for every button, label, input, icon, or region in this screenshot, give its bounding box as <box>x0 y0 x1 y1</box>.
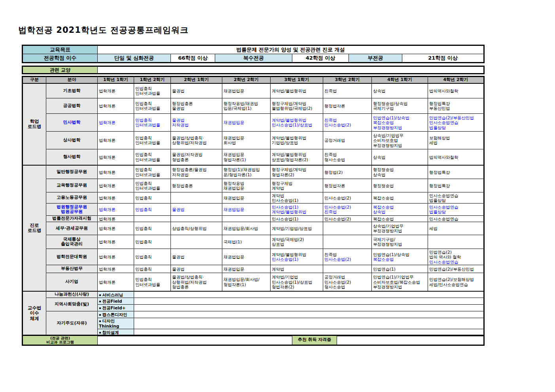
field-cell: 공공법학 <box>46 98 98 114</box>
pedagogy-item-label: 전공Field+ <box>102 305 125 310</box>
course-cell: 민법연습(1)/상속법복잡소송법 <box>372 249 428 265</box>
course-cell: 민사소송법(2) <box>323 192 372 204</box>
course-cell: 계약법/불법행위법민사소송법(1) <box>271 249 323 265</box>
course-cell: 민법연습(2)/보험해상법세법/민사소송법연습 <box>428 273 484 291</box>
pedagogy-empty-cell <box>134 305 484 311</box>
course-cell: 법학개론 <box>98 83 134 98</box>
course-cell: 상속법 <box>372 149 428 165</box>
course-cell: 법학개론 <box>98 114 134 132</box>
course-cell: 행정법총론 <box>171 179 222 192</box>
course-cell: 행정쟁송법 <box>372 179 428 192</box>
course-cell: 민법연습(2)법의 역사와 철학민사소송법연습 <box>428 249 484 265</box>
field-cell: 법원행정공무원 법원공무원 <box>46 204 98 216</box>
column-header: 구분 <box>23 77 46 83</box>
course-cell: 민법총칙인터넷과법률 <box>134 273 171 291</box>
course-cell: 물권법/상법총칙·상행위법/저작권법 <box>171 132 222 149</box>
recommended-certs-value <box>337 335 484 345</box>
field-cell: 교육행정공무원 <box>46 179 98 192</box>
extracurricular-label-line2: 비교과 프로그램 <box>24 340 96 344</box>
field-cell: 세무·관세공무원 <box>46 222 98 235</box>
course-cell: 법학개론 <box>98 249 134 265</box>
course-cell: 민법연습(2)/부동산민법 <box>428 265 484 273</box>
course-cell: 민법총칙인터넷과법률 <box>134 149 171 165</box>
course-cell: 국제기구법/부정경쟁방지법 <box>372 235 428 249</box>
course-cell: 계약법/불법행위법민사소송법(1)/상표법 <box>271 114 323 132</box>
course-cell <box>323 265 372 273</box>
course-cell: 법학개론 <box>98 132 134 149</box>
course-cell: 복잡소송법 <box>372 192 428 204</box>
pedagogy-item-label: 창의설계 <box>102 330 119 335</box>
credit-cell-double-major: 복수전공 <box>215 54 292 63</box>
course-cell: 민사소송법연습 <box>428 216 484 222</box>
curriculum-row: 진로 로드맵일반행정공무원법학개론민법총칙인터넷과법률행정법총론/물권법저작권법… <box>23 165 484 179</box>
course-cell: 법학개론 <box>98 222 134 235</box>
course-cell: 민법총칙인터넷과법률 <box>134 114 171 132</box>
pedagogy-item-label: 서비스러닝 <box>102 292 123 297</box>
pedagogy-row: 자기주도(자유)▪캡스톤디자인 <box>23 311 484 318</box>
course-cell: 민법총칙 <box>134 265 171 273</box>
column-header: 2학년 2학기 <box>222 77 271 83</box>
course-cell: 법학개론 <box>98 216 134 222</box>
pedagogy-empty-cell <box>134 291 484 298</box>
course-cell: 법학개론 <box>98 192 134 204</box>
square-bullet-icon: ▪ <box>99 313 101 317</box>
credit-label: 전공학점 이수 <box>23 54 98 63</box>
course-cell: 민법총칙인터넷과법률 <box>134 83 171 98</box>
curriculum-row: 교육행정공무원법학개론민법총칙인터넷과법률행정법총론행정작용법채권법입문행정구제… <box>23 179 484 192</box>
field-cell: 민사법학 <box>46 114 98 132</box>
course-cell: 상속법 <box>372 83 428 98</box>
course-cell: 행정법총론물권법 <box>171 98 222 114</box>
pedagogy-item-cell: ▪서비스러닝 <box>98 291 134 298</box>
course-cell: 행정작용법/채권법입문/국제법(1) <box>222 98 271 114</box>
column-header: 2학년 1학기 <box>171 77 222 83</box>
course-cell: 행정법특강 <box>428 179 484 192</box>
course-cell: 민사소송법(2)친족법 <box>323 204 372 216</box>
course-cell: 채권법입문 <box>222 249 271 265</box>
field-cell: 고용노동공무원 <box>46 192 98 204</box>
group-cell: 학업 로드맵 <box>23 83 46 165</box>
course-cell: 채권법입문 <box>222 83 271 98</box>
course-cell: 친족법 <box>323 83 372 98</box>
course-cell: 법학개론 <box>98 204 134 216</box>
header-row: 구분분야1학년 1학기1학년 2학기2학년 1학기2학년 2학기3학년 1학기3… <box>23 77 484 83</box>
field-cell: 나눔과헌신(사랑) <box>46 291 98 298</box>
square-bullet-icon: ▪ <box>99 306 101 310</box>
pedagogy-item-label: 디자인Thinking <box>99 318 119 328</box>
course-cell: 상속법/기업법무소비자보호법부정경쟁방지법 <box>372 132 428 149</box>
pedagogy-item-cell: ▪전공Field+ <box>98 305 134 311</box>
course-cell <box>134 216 171 222</box>
course-cell: 행정법특강부동산민법 <box>428 98 484 114</box>
course-cell <box>171 216 222 222</box>
pedagogy-item-label: 캡스톤디자인 <box>102 312 127 317</box>
curriculum-row: 민사법학법학개론민법총칙인터넷과법률물권법저작권법채권법입문계약법/불법행위법민… <box>23 114 484 132</box>
field-cell: 일반행정공무원 <box>46 165 98 179</box>
course-cell: 채권법입문 <box>222 265 271 273</box>
field-cell: 기초법학 <box>46 83 98 98</box>
course-cell: 행정작용법채권법입문 <box>222 179 271 192</box>
pedagogy-item-cell: ▪전공Field <box>98 298 134 305</box>
field-cell: 부동산법무 <box>46 265 98 273</box>
curriculum-row: 법률전문가자격시험법학개론민사소송법(1)민사소송법(2)복잡소송법민사소송법연… <box>23 216 484 222</box>
goal-value: 법률문제 전문가의 양성 및 전공관련 진로 개설 <box>98 45 484 54</box>
course-cell: 채권법입문/회사법/형법각론(1) <box>222 273 271 291</box>
course-cell: 민법총칙인터넷과법률 <box>134 179 171 192</box>
column-header: 3학년 1학기 <box>271 77 323 83</box>
credit-cell-double-credits: 42학점 이상 <box>292 54 349 63</box>
course-cell <box>222 216 271 222</box>
course-cell: 법학개론 <box>98 149 134 165</box>
goal-label: 교육목표 <box>23 45 98 54</box>
credit-cell-single-credits: 66학점 이상 <box>171 54 215 63</box>
column-header: 1학년 2학기 <box>134 77 171 83</box>
course-cell: 민법연습(2)/부동산민법민사소송법연습법률상담 <box>428 114 484 132</box>
course-cell: 상법총칙/상행위법 <box>171 222 222 235</box>
square-bullet-icon: ▪ <box>99 293 101 297</box>
group-cell: 진로 로드맵 <box>23 165 46 291</box>
course-cell: 민법총칙인터넷과법률 <box>134 98 171 114</box>
course-cell: 민법총칙 <box>134 192 171 204</box>
worksheet-page: 법학전공 2021학년도 전공공통프레임워크 교육목표 법률문제 전문가의 양성… <box>0 0 555 392</box>
field-cell: 법률전문가자격시험 <box>46 216 98 222</box>
course-cell: 물권법 <box>171 265 222 273</box>
curriculum-row: 부동산법무법학개론민법총칙물권법채권법입문계약법민법연습(1)민법연습(2)/부… <box>23 265 484 273</box>
pedagogy-item-label: 전공Field <box>102 299 122 303</box>
liberal-arts-table: 관련 교양 <box>22 66 485 74</box>
